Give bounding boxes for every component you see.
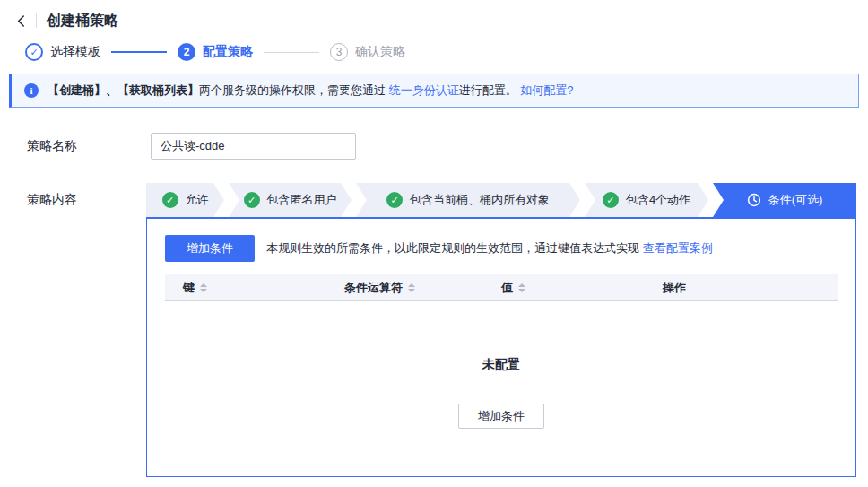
sort-icon[interactable]	[408, 283, 415, 292]
column-label: 操作	[663, 280, 686, 296]
step-connector	[111, 51, 167, 53]
page-header: 创建桶策略	[0, 0, 868, 30]
step-indicator: ✓ 选择模板 2 配置策略 3 确认策略	[25, 43, 868, 61]
condition-description-text: 本规则生效的所需条件，以此限定规则的生效范围，通过键值表达式实现	[266, 241, 639, 255]
add-condition-row: 增加条件 本规则生效的所需条件，以此限定规则的生效范围，通过键值表达式实现 查看…	[165, 235, 838, 262]
tab-actions[interactable]: ✓ 包含4个动作	[585, 183, 708, 217]
sort-icon[interactable]	[200, 283, 207, 292]
step-number: 3	[330, 43, 348, 61]
tab-label: 包含当前桶、桶内所有对象	[410, 192, 550, 208]
step-connector	[264, 52, 319, 53]
tab-conditions-optional[interactable]: 条件(可选)	[713, 183, 856, 217]
step-confirm-policy: 3 确认策略	[330, 43, 405, 61]
back-icon[interactable]	[13, 13, 29, 29]
tab-label: 包含匿名用户	[267, 192, 337, 208]
step-configure-policy: 2 配置策略	[178, 43, 253, 61]
step-select-template[interactable]: ✓ 选择模板	[25, 43, 100, 61]
empty-add-condition-button[interactable]: 增加条件	[458, 404, 544, 429]
step-label: 配置策略	[203, 44, 253, 60]
check-circle-icon: ✓	[386, 192, 403, 208]
column-header-key: 键	[165, 280, 344, 296]
conditions-panel: 增加条件 本规则生效的所需条件，以此限定规则的生效范围，通过键值表达式实现 查看…	[146, 217, 856, 477]
column-label: 条件运算符	[344, 280, 403, 296]
column-header-operator: 条件运算符	[344, 280, 501, 296]
add-condition-button[interactable]: 增加条件	[165, 235, 255, 262]
tab-label: 条件(可选)	[768, 192, 823, 208]
policy-step-tabbar: ✓ 允许 ✓ 包含匿名用户 ✓ 包含当前桶、桶内所有对象 ✓ 包含4个动作 条件…	[146, 183, 856, 217]
banner-text-after: 进行配置。	[459, 83, 521, 97]
step-number: 2	[178, 43, 195, 61]
column-header-action: 操作	[663, 280, 838, 296]
step-label: 选择模板	[50, 44, 100, 60]
empty-state-text: 未配置	[165, 357, 838, 373]
sort-icon[interactable]	[518, 283, 525, 292]
check-circle-icon: ✓	[162, 192, 178, 208]
step-done-check-icon: ✓	[25, 43, 43, 61]
step-label: 确认策略	[355, 44, 405, 60]
info-icon: i	[24, 83, 39, 98]
column-header-value: 值	[501, 280, 663, 296]
banner-text: 【创建桶】、【获取桶列表】两个服务级的操作权限，需要您通过 统一身份认证进行配置…	[48, 83, 573, 99]
tab-label: 包含4个动作	[626, 192, 690, 208]
banner-text-middle: 两个服务级的操作权限，需要您通过	[199, 83, 389, 97]
tab-label: 允许	[186, 192, 209, 208]
column-label: 键	[183, 280, 195, 296]
clock-icon	[747, 193, 761, 207]
tab-resources[interactable]: ✓ 包含当前桶、桶内所有对象	[356, 183, 580, 217]
info-banner: i 【创建桶】、【获取桶列表】两个服务级的操作权限，需要您通过 统一身份认证进行…	[9, 74, 859, 108]
page-title: 创建桶策略	[47, 12, 118, 30]
check-circle-icon: ✓	[603, 192, 619, 208]
conditions-table-header: 键 条件运算符 值 操作	[165, 274, 838, 301]
iam-link[interactable]: 统一身份认证	[389, 83, 459, 97]
empty-state: 未配置 增加条件	[165, 357, 838, 429]
banner-bold-text: 【创建桶】、【获取桶列表】	[48, 83, 199, 97]
policy-name-label: 策略名称	[27, 138, 146, 154]
check-circle-icon: ✓	[244, 192, 260, 208]
tab-effect-allow[interactable]: ✓ 允许	[146, 183, 224, 217]
policy-content-label: 策略内容	[27, 183, 146, 208]
how-to-configure-link[interactable]: 如何配置?	[520, 83, 573, 97]
policy-content-row: 策略内容 ✓ 允许 ✓ 包含匿名用户 ✓ 包含当前桶、桶内所有对象 ✓ 包含4个…	[27, 183, 868, 477]
policy-name-input[interactable]	[151, 133, 356, 160]
policy-name-row: 策略名称	[27, 133, 868, 160]
tab-principal-anonymous[interactable]: ✓ 包含匿名用户	[229, 183, 352, 217]
condition-description: 本规则生效的所需条件，以此限定规则的生效范围，通过键值表达式实现 查看配置案例	[266, 240, 713, 257]
column-label: 值	[501, 280, 513, 296]
policy-content-area: ✓ 允许 ✓ 包含匿名用户 ✓ 包含当前桶、桶内所有对象 ✓ 包含4个动作 条件…	[146, 183, 856, 477]
header-divider	[36, 13, 37, 28]
view-example-link[interactable]: 查看配置案例	[643, 241, 713, 255]
